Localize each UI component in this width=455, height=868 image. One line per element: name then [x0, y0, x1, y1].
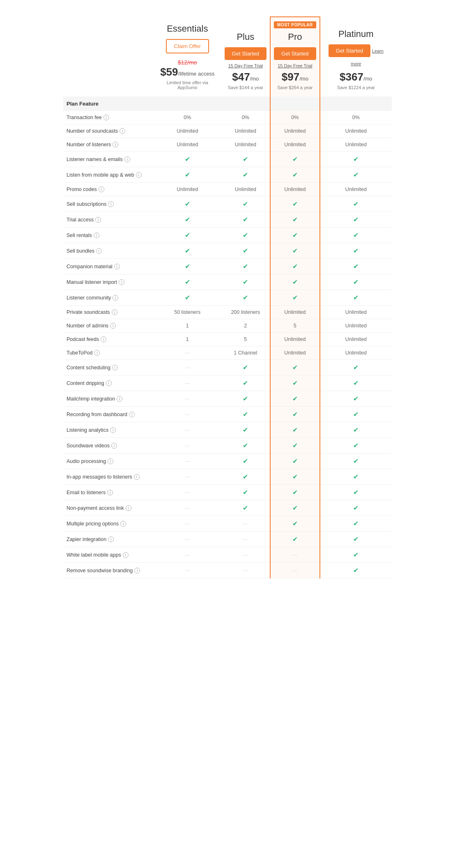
- check-icon: ✔: [185, 156, 190, 163]
- feature-value: Unlimited: [345, 128, 367, 134]
- info-icon[interactable]: i: [113, 295, 118, 301]
- empty-cell: —: [292, 552, 298, 558]
- table-row: Audio processingi—✔✔✔: [63, 454, 392, 469]
- feature-value-cell: ✔: [320, 438, 392, 454]
- info-icon[interactable]: i: [126, 505, 131, 511]
- feature-value: Unlimited: [284, 336, 306, 342]
- plus-trial-link[interactable]: 15 Day Free Trial: [225, 63, 267, 68]
- feature-value: 5: [244, 336, 247, 342]
- essentials-plan-name: Essentials: [157, 23, 218, 34]
- info-icon[interactable]: i: [108, 458, 113, 464]
- platinum-cta-button[interactable]: Get Started: [329, 44, 370, 57]
- info-icon[interactable]: i: [111, 443, 117, 449]
- check-icon: ✔: [353, 200, 358, 207]
- info-icon[interactable]: i: [112, 309, 117, 315]
- info-icon[interactable]: i: [108, 536, 114, 542]
- pro-trial-link[interactable]: 15 Day Free Trial: [274, 63, 316, 68]
- info-icon[interactable]: i: [103, 115, 109, 120]
- feature-value-cell: ✔: [320, 485, 392, 500]
- table-row: Soundwave videosi—✔✔✔: [63, 438, 392, 454]
- feature-name-cell: Audio processingi: [63, 454, 154, 469]
- feature-value-cell: —: [154, 500, 221, 516]
- feature-value: 0%: [242, 115, 249, 120]
- info-icon[interactable]: i: [129, 412, 135, 417]
- feature-value: 1: [186, 336, 189, 342]
- check-icon: ✔: [243, 473, 248, 480]
- info-icon[interactable]: i: [106, 380, 112, 386]
- info-icon[interactable]: i: [110, 323, 116, 329]
- check-icon: ✔: [243, 171, 248, 178]
- info-icon[interactable]: i: [119, 128, 125, 134]
- info-icon[interactable]: i: [114, 264, 120, 269]
- info-icon[interactable]: i: [119, 279, 124, 285]
- essentials-price: $59: [160, 66, 178, 78]
- info-icon[interactable]: i: [96, 248, 102, 254]
- feature-value-cell: Unlimited: [154, 138, 221, 152]
- feature-name-cell: Number of listenersi: [63, 138, 154, 152]
- check-icon: ✔: [243, 426, 248, 433]
- info-icon[interactable]: i: [94, 233, 99, 238]
- pro-price-note: Save $264 a year: [274, 85, 316, 90]
- feature-value-cell: ✔: [320, 407, 392, 422]
- essentials-cta-button[interactable]: Claim Offer: [166, 39, 209, 53]
- info-icon[interactable]: i: [108, 201, 114, 207]
- feature-value-cell: Unlimited: [221, 124, 270, 138]
- info-icon[interactable]: i: [95, 217, 101, 223]
- table-row: Multiple pricing optionsi——✔✔: [63, 516, 392, 532]
- feature-value: Unlimited: [345, 323, 367, 329]
- empty-cell: —: [185, 536, 190, 542]
- pro-cta-button[interactable]: Get Started: [274, 47, 316, 60]
- info-icon[interactable]: i: [117, 396, 122, 402]
- table-row: White label mobile appsi———✔: [63, 547, 392, 563]
- feature-value-cell: —: [154, 360, 221, 375]
- table-row: Number of soundcastsiUnlimitedUnlimitedU…: [63, 124, 392, 138]
- info-icon[interactable]: i: [134, 474, 140, 480]
- info-icon[interactable]: i: [113, 142, 118, 147]
- table-row: Non-payment access linki—✔✔✔: [63, 500, 392, 516]
- feature-name-cell: Sell subscriptionsi: [63, 196, 154, 212]
- feature-value-cell: 0%: [320, 111, 392, 124]
- feature-value-cell: Unlimited: [154, 183, 221, 196]
- plus-cta-button[interactable]: Get Started: [225, 47, 267, 60]
- check-icon: ✔: [185, 232, 190, 239]
- check-icon: ✔: [353, 520, 358, 527]
- info-icon[interactable]: i: [101, 336, 106, 342]
- info-icon[interactable]: i: [110, 427, 116, 433]
- feature-value: Unlimited: [177, 128, 198, 134]
- table-row: Sell rentalsi✔✔✔✔: [63, 228, 392, 243]
- check-icon: ✔: [353, 458, 358, 465]
- feature-value: Unlimited: [345, 350, 367, 356]
- check-icon: ✔: [243, 504, 248, 511]
- info-icon[interactable]: i: [120, 521, 126, 527]
- feature-value-cell: Unlimited: [320, 124, 392, 138]
- feature-value-cell: 1 Channel: [221, 346, 270, 360]
- feature-value-cell: Unlimited: [320, 319, 392, 333]
- plus-plan-name: Plus: [225, 32, 267, 42]
- info-icon[interactable]: i: [124, 157, 130, 162]
- feature-value-cell: Unlimited: [270, 138, 320, 152]
- platinum-plan-name: Platinum: [324, 29, 388, 39]
- info-icon[interactable]: i: [107, 490, 113, 495]
- info-icon[interactable]: i: [99, 186, 104, 192]
- check-icon: ✔: [185, 171, 190, 178]
- check-icon: ✔: [353, 504, 358, 511]
- feature-name-cell: In-app messages to listenersi: [63, 469, 154, 485]
- empty-cell: —: [185, 505, 190, 511]
- plus-price-note: Save $144 a year: [225, 85, 267, 90]
- feature-value-cell: ✔: [154, 259, 221, 274]
- info-icon[interactable]: i: [136, 172, 142, 178]
- empty-cell: —: [185, 380, 190, 386]
- feature-value-cell: ✔: [221, 422, 270, 438]
- feature-value-cell: Unlimited: [320, 333, 392, 346]
- info-icon[interactable]: i: [123, 552, 129, 558]
- info-icon[interactable]: i: [134, 568, 140, 573]
- info-icon[interactable]: i: [94, 350, 100, 356]
- table-row: Number of adminsi125Unlimited: [63, 319, 392, 333]
- feature-value-cell: ✔: [320, 228, 392, 243]
- plan-essentials-header: Essentials Claim Offer $12/mo $59/lifeti…: [154, 17, 221, 97]
- info-icon[interactable]: i: [112, 365, 118, 371]
- feature-value-cell: ✔: [270, 485, 320, 500]
- feature-value: Unlimited: [284, 350, 306, 356]
- check-icon: ✔: [353, 567, 358, 574]
- feature-value-cell: ✔: [221, 360, 270, 375]
